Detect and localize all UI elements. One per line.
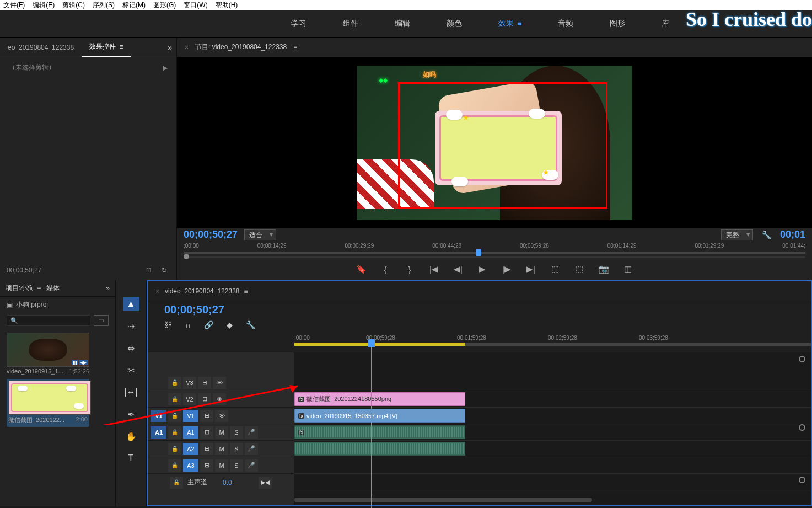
resolution-select[interactable]: 完整 [721, 229, 753, 240]
media-browser-tab[interactable]: 媒体 [46, 284, 60, 293]
sync-lock-icon[interactable]: ⊟ [200, 443, 213, 455]
step-back-icon[interactable]: ◀| [453, 264, 464, 275]
sync-lock-icon[interactable]: ⊟ [200, 459, 213, 472]
go-to-out-icon[interactable]: ▶| [525, 264, 536, 275]
track-label[interactable]: A1 [183, 426, 198, 439]
master-track[interactable]: 主声道 0.0 ▶◀ [148, 474, 294, 490]
menu-clip[interactable]: 剪辑(C) [62, 1, 85, 10]
comparison-icon[interactable]: ◫ [622, 264, 633, 275]
razor-tool[interactable]: ✂ [123, 363, 139, 377]
extract-icon[interactable]: ⬚ [574, 264, 585, 275]
ws-learn[interactable]: 学习 [287, 15, 311, 32]
program-close-icon[interactable]: × [185, 44, 189, 51]
track-header-v1[interactable]: V1 V1 ⊟ 👁 [148, 408, 294, 424]
solo-button[interactable]: S [230, 459, 243, 472]
voice-over-icon[interactable]: 🎤 [245, 426, 258, 439]
lane-v3[interactable] [294, 375, 811, 391]
ws-effects[interactable]: 效果 [494, 15, 526, 32]
project-item-video[interactable]: ▮▮◀▶ video_20190915_1...1;52;26 [7, 333, 89, 376]
menu-edit[interactable]: 编辑(E) [33, 1, 55, 10]
program-scrubber[interactable]: ;00;00 00;00;14;29 00;00;29;29 00;00;44;… [184, 242, 805, 258]
mark-in-icon[interactable]: { [380, 264, 391, 275]
menu-graphic[interactable]: 图形(G) [153, 1, 176, 10]
go-to-in-icon[interactable]: |◀ [428, 264, 439, 275]
ripple-edit-tool[interactable]: ⇔ [123, 341, 139, 355]
export-frame-icon[interactable]: 📷 [598, 264, 609, 275]
settings-icon[interactable]: 🔧 [246, 320, 255, 329]
source-v1[interactable]: V1 [151, 410, 166, 422]
panel-expand-icon[interactable]: » [168, 43, 172, 52]
timeline-content[interactable]: fx 微信截图_20201224180550png fx video_20190… [294, 352, 811, 505]
lock-icon[interactable] [168, 410, 181, 422]
lock-icon[interactable] [168, 459, 181, 472]
source-tab[interactable]: eo_20190804_122338 [0, 38, 82, 57]
voice-over-icon[interactable]: 🎤 [245, 443, 258, 455]
settings-wrench-icon[interactable]: 🔧 [762, 231, 771, 239]
track-header-a1[interactable]: A1 A1 ⊟ M S 🎤 [148, 424, 294, 441]
track-select-tool[interactable]: ⇢ [123, 319, 139, 333]
eye-icon[interactable]: 👁 [215, 410, 228, 422]
sync-lock-icon[interactable]: ⊟ [200, 410, 213, 422]
program-video[interactable]: ◆◆ 如吗 ★ ★ [177, 57, 812, 228]
selection-tool[interactable]: ▲ [123, 297, 139, 311]
add-marker-icon[interactable]: 🔖 [356, 264, 367, 275]
type-tool[interactable]: T [123, 451, 139, 466]
menu-sequence[interactable]: 序列(S) [93, 1, 115, 10]
panel-expand-icon[interactable]: » [106, 285, 110, 292]
track-header-a2[interactable]: A2 ⊟ M S 🎤 [148, 441, 294, 457]
sequence-close-icon[interactable]: × [155, 287, 159, 295]
sequence-name[interactable]: video_20190804_122338 [165, 287, 239, 295]
program-playhead[interactable] [476, 249, 481, 256]
eye-icon[interactable]: 👁 [213, 393, 226, 405]
solo-button[interactable]: S [230, 426, 243, 439]
timeline-ruler[interactable]: ;00;00 00;00;59;28 00;01;59;28 00;02;59;… [294, 334, 811, 352]
fx-timecode[interactable]: 00;00;50;27 [7, 266, 139, 274]
mute-button[interactable]: M [215, 426, 228, 439]
ws-audio[interactable]: 音频 [553, 15, 578, 32]
lane-a3[interactable] [294, 457, 811, 474]
scroll-handle-top[interactable] [799, 356, 805, 362]
track-label[interactable]: V3 [183, 377, 196, 389]
lane-master[interactable] [294, 474, 811, 490]
program-timecode[interactable]: 00;00;50;27 [184, 229, 238, 240]
lock-icon[interactable] [168, 377, 181, 389]
sync-lock-icon[interactable]: ⊟ [198, 393, 211, 405]
menu-file[interactable]: 文件(F) [3, 1, 25, 10]
lift-icon[interactable]: ⬚ [550, 264, 561, 275]
ws-library[interactable]: 库 [657, 15, 674, 32]
lock-icon[interactable] [168, 393, 181, 405]
horizontal-zoom-bar[interactable] [294, 498, 592, 502]
timeline-playhead[interactable] [368, 339, 375, 347]
chevron-right-icon[interactable]: ▶ [163, 64, 168, 72]
menu-marker[interactable]: 标记(M) [122, 1, 146, 10]
ws-editing[interactable]: 编辑 [390, 15, 415, 32]
sync-lock-icon[interactable]: ⊟ [198, 377, 211, 389]
menu-help[interactable]: 帮助(H) [216, 1, 238, 10]
track-label[interactable]: V2 [183, 393, 196, 405]
snap-icon[interactable]: ⛓ [164, 320, 172, 329]
lane-a1[interactable]: fx [294, 424, 811, 441]
lane-a2[interactable] [294, 441, 811, 457]
meter-icon[interactable]: ▶◀ [259, 477, 272, 489]
track-header-v3[interactable]: V3 ⊟ 👁 [148, 375, 294, 391]
ws-graphics[interactable]: 图形 [605, 15, 630, 32]
track-label[interactable]: A3 [183, 459, 198, 472]
sequence-menu-icon[interactable]: ≡ [244, 287, 248, 295]
mute-button[interactable]: M [215, 443, 228, 455]
slip-tool[interactable]: |↔| [123, 385, 139, 399]
source-a1[interactable]: A1 [151, 426, 166, 439]
scroll-handle-bottom[interactable] [799, 477, 805, 483]
zoom-handle[interactable] [184, 254, 189, 259]
voice-over-icon[interactable]: 🎤 [245, 459, 258, 472]
solo-button[interactable]: S [230, 443, 243, 455]
master-volume[interactable]: 0.0 [223, 479, 232, 486]
ws-color[interactable]: 颜色 [442, 15, 466, 32]
mark-out-icon[interactable]: } [404, 264, 415, 275]
step-forward-icon[interactable]: |▶ [501, 264, 512, 275]
track-header-v2[interactable]: V2 ⊟ 👁 [148, 391, 294, 408]
linked-selection-icon[interactable]: 🔗 [204, 320, 213, 329]
lane-v2[interactable]: fx 微信截图_20201224180550png [294, 391, 811, 408]
clip-audio-a2[interactable] [294, 442, 465, 456]
magnet-icon[interactable]: ∩ [185, 320, 191, 329]
clip-audio-a1[interactable]: fx [294, 425, 465, 439]
